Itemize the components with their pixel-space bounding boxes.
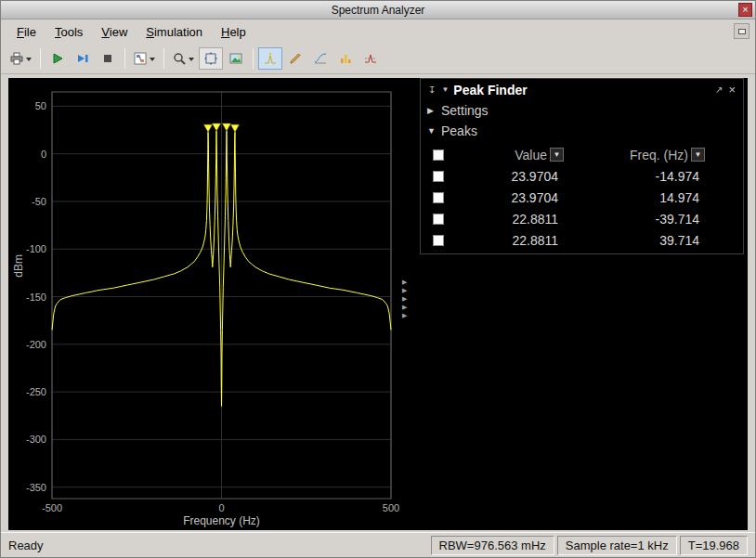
simulation-settings-dropdown[interactable]	[130, 47, 159, 70]
title-bar[interactable]: Spectrum Analyzer ×	[1, 1, 755, 19]
ccdf-button[interactable]	[308, 47, 332, 70]
pencil-icon	[288, 51, 303, 66]
collapse-arrow-icon[interactable]: ▶	[402, 279, 407, 286]
pin-icon[interactable]: ↧	[425, 84, 438, 95]
printer-icon	[9, 51, 24, 66]
spectrum-analyzer-window: Spectrum Analyzer × File Tools View Simu…	[0, 0, 756, 558]
toolbar-separator	[163, 48, 164, 69]
peak-freq: 14.974	[566, 190, 707, 205]
toolbar-separator	[124, 48, 125, 69]
chevron-right-icon: ▶	[427, 106, 436, 115]
peak-value: 23.9704	[452, 169, 566, 184]
chevron-down-icon: ▼	[427, 126, 436, 136]
table-row: 22.8811 -39.714	[426, 208, 743, 229]
plot-area: 500-50-100-150-200-250-300-350-5000500 d…	[8, 78, 748, 530]
window-title: Spectrum Analyzer	[1, 4, 755, 17]
menu-simulation[interactable]: Simulation	[137, 22, 211, 42]
peak-freq: -14.974	[566, 169, 707, 184]
screenshot-button[interactable]	[224, 47, 248, 70]
table-row: 23.9704 14.974	[426, 187, 743, 208]
ccdf-curve-icon	[313, 51, 328, 66]
value-column-menu-button[interactable]: ▼	[550, 148, 564, 162]
svg-text:-250: -250	[26, 386, 46, 397]
rbw-indicator: RBW=976.563 mHz	[431, 536, 554, 555]
svg-text:0: 0	[218, 502, 224, 513]
step-forward-icon	[75, 51, 90, 66]
menu-view[interactable]: View	[93, 22, 136, 42]
svg-text:-300: -300	[26, 434, 46, 445]
peak-finder-header[interactable]: ↧ ▼ Peak Finder ↗ ×	[421, 79, 743, 100]
row-checkbox[interactable]	[433, 192, 444, 203]
collapse-arrow-icon[interactable]: ▶	[402, 304, 407, 311]
toolbar	[1, 44, 755, 74]
run-button[interactable]	[46, 47, 70, 70]
print-dropdown-button[interactable]	[7, 47, 35, 70]
spectral-mask-button[interactable]	[358, 47, 383, 70]
svg-text:0: 0	[41, 149, 46, 160]
svg-text:-350: -350	[26, 482, 46, 493]
menu-tools[interactable]: Tools	[46, 22, 91, 42]
time-indicator: T=19.968	[680, 536, 748, 555]
power-measure-button[interactable]	[333, 47, 358, 70]
power-bars-icon	[338, 51, 353, 66]
dock-window-button[interactable]	[734, 23, 749, 39]
svg-text:-50: -50	[32, 196, 46, 207]
zoom-dropdown-button[interactable]	[169, 47, 198, 70]
menu-help[interactable]: Help	[213, 22, 254, 42]
svg-text:-500: -500	[42, 502, 62, 513]
collapse-panel-icon[interactable]: ▼	[438, 85, 451, 94]
peak-value: 23.9704	[452, 190, 566, 205]
row-checkbox[interactable]	[433, 171, 444, 182]
magnifier-icon	[172, 51, 187, 66]
scale-axes-icon	[203, 51, 218, 66]
peaks-expander[interactable]: ▼ Peaks	[421, 121, 743, 141]
run-icon	[50, 51, 65, 66]
freq-column-menu-button[interactable]: ▼	[691, 148, 705, 162]
close-panel-icon[interactable]: ×	[725, 83, 738, 97]
toolbar-separator	[40, 48, 41, 69]
peak-value: 22.8811	[452, 233, 566, 248]
spectrum-plot[interactable]: 500-50-100-150-200-250-300-350-5000500	[8, 78, 417, 530]
dropdown-arrow-icon	[149, 55, 156, 62]
undock-panel-icon[interactable]: ↗	[712, 84, 725, 95]
peak-finder-icon	[263, 51, 278, 66]
svg-text:500: 500	[383, 502, 399, 513]
table-header-row: Value ▼ Freq. (Hz) ▼	[426, 144, 743, 165]
stop-button[interactable]	[96, 47, 120, 70]
peak-freq: 39.714	[566, 233, 707, 248]
menu-file[interactable]: File	[8, 22, 45, 42]
select-all-checkbox[interactable]	[433, 149, 444, 161]
column-header-freq: Freq. (Hz)	[630, 148, 688, 162]
peaks-label: Peaks	[441, 123, 477, 138]
dropdown-arrow-icon	[188, 55, 195, 62]
collapse-arrow-icon[interactable]: ▶	[402, 287, 407, 294]
stop-icon	[100, 51, 115, 66]
close-window-button[interactable]: ×	[738, 3, 752, 17]
table-row: 22.8811 39.714	[426, 229, 743, 251]
settings-expander[interactable]: ▶ Settings	[421, 100, 743, 121]
peak-freq: -39.714	[566, 212, 707, 227]
dropdown-arrow-icon	[25, 55, 33, 62]
collapse-arrow-icon[interactable]: ▶	[402, 312, 407, 319]
row-checkbox[interactable]	[433, 235, 444, 246]
peak-value: 22.8811	[452, 212, 566, 227]
image-icon	[228, 51, 243, 66]
peak-finder-panel: ↧ ▼ Peak Finder ↗ × ▶ Settings ▼ Peaks	[420, 78, 744, 254]
collapse-arrow-icon[interactable]: ▶	[402, 295, 407, 303]
column-header-value: Value	[515, 148, 547, 162]
scale-axes-button[interactable]	[199, 47, 223, 70]
sample-rate-indicator: Sample rate=1 kHz	[557, 536, 677, 555]
status-bar: Ready RBW=976.563 mHz Sample rate=1 kHz …	[1, 532, 755, 557]
row-checkbox[interactable]	[433, 214, 444, 225]
svg-text:-200: -200	[26, 339, 46, 350]
settings-label: Settings	[441, 103, 489, 118]
svg-text:-100: -100	[26, 243, 46, 254]
peaks-table: Value ▼ Freq. (Hz) ▼ 23.9704 -14.974	[426, 144, 743, 251]
x-axis-label: Frequency (Hz)	[52, 514, 391, 527]
peak-finder-button[interactable]	[258, 47, 282, 70]
spectral-mask-icon	[363, 51, 378, 66]
model-blocks-icon	[133, 51, 148, 66]
status-text: Ready	[8, 539, 428, 552]
distortion-measure-button[interactable]	[283, 47, 307, 70]
step-forward-button[interactable]	[71, 47, 95, 70]
